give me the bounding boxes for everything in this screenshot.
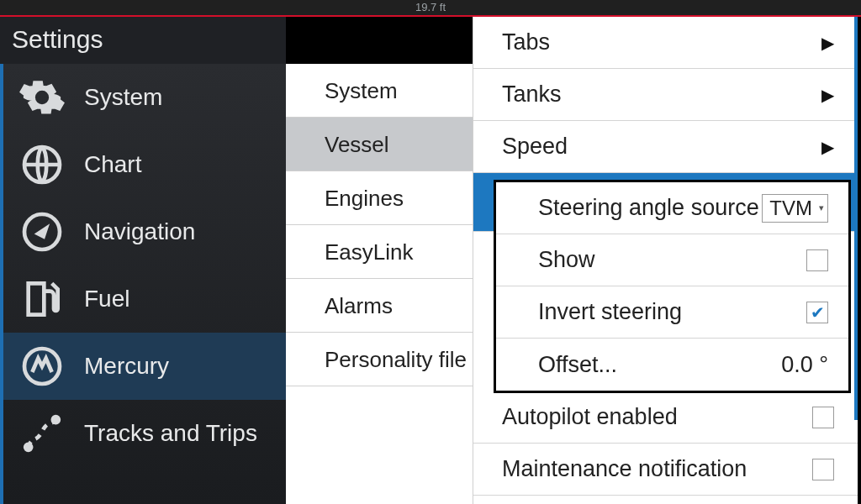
- sidebar-item-system[interactable]: System: [3, 64, 286, 131]
- globe-icon: [18, 141, 66, 188]
- sidebar-item-label: System: [84, 84, 162, 111]
- mid-item-engines[interactable]: Engines: [286, 171, 473, 225]
- sidebar-item-label: Fuel: [84, 286, 129, 312]
- chevron-right-icon: ▶: [821, 85, 834, 105]
- row-label: Maintenance notification: [502, 456, 747, 482]
- row-autopilot-enabled[interactable]: Autopilot enabled: [473, 391, 858, 444]
- sidebar-item-label: Navigation: [84, 218, 195, 245]
- svg-point-4: [52, 416, 60, 423]
- row-label: Steering angle source: [538, 195, 759, 221]
- checkbox-autopilot[interactable]: [812, 407, 834, 428]
- mid-item-vessel[interactable]: Vessel: [286, 118, 473, 171]
- checkbox-show[interactable]: [806, 249, 828, 271]
- row-label: Show: [538, 247, 595, 273]
- depth-readout: 19.7 ft: [415, 1, 446, 13]
- mercury-logo-icon: [18, 343, 66, 390]
- mid-item-alarms[interactable]: Alarms: [286, 279, 473, 333]
- mercury-submenu: System Vessel Engines EasyLink Alarms Pe…: [286, 64, 473, 504]
- row-tabs[interactable]: Tabs ▶: [473, 17, 858, 69]
- sidebar-item-label: Tracks and Trips: [84, 420, 257, 447]
- mid-item-personality[interactable]: Personality file: [286, 333, 473, 386]
- row-label: Invert steering: [538, 299, 682, 325]
- mid-item-easylink[interactable]: EasyLink: [286, 225, 473, 279]
- sidebar-item-chart[interactable]: Chart: [3, 131, 286, 198]
- sidebar-item-label: Mercury: [84, 353, 169, 380]
- chevron-right-icon: ▶: [821, 33, 834, 53]
- sidebar-item-label: Chart: [84, 151, 141, 178]
- row-label: Tanks: [502, 81, 562, 108]
- vessel-settings-panel: Tabs ▶ Tanks ▶ Speed ▶ Autopilot enabled…: [473, 17, 858, 504]
- row-offset[interactable]: Offset... 0.0 °: [496, 339, 848, 391]
- scroll-indicator: [854, 17, 858, 420]
- row-label: Offset...: [538, 352, 617, 378]
- mid-item-system[interactable]: System: [286, 64, 473, 118]
- steering-source-dropdown[interactable]: TVM: [762, 194, 828, 223]
- compass-icon: [18, 208, 66, 255]
- row-label: Tabs: [502, 29, 550, 55]
- route-icon: [18, 410, 66, 457]
- sidebar-item-fuel[interactable]: Fuel: [3, 265, 286, 333]
- row-maintenance-notification[interactable]: Maintenance notification: [473, 444, 858, 496]
- row-label: Speed: [502, 134, 568, 160]
- row-invert-steering[interactable]: Invert steering ✔: [496, 286, 848, 339]
- offset-value: 0.0 °: [781, 352, 828, 378]
- status-bar: 19.7 ft: [0, 0, 861, 15]
- chevron-right-icon: ▶: [821, 137, 834, 157]
- row-steering-angle-source[interactable]: Steering angle source TVM: [496, 182, 848, 234]
- settings-sidebar: System Chart Navigation Fuel Mercury Tra…: [0, 64, 286, 504]
- gear-icon: [18, 74, 66, 121]
- svg-point-3: [24, 444, 32, 451]
- row-show[interactable]: Show: [496, 234, 848, 286]
- sidebar-item-mercury[interactable]: Mercury: [3, 333, 286, 400]
- sidebar-item-navigation[interactable]: Navigation: [3, 198, 286, 265]
- page-title: Settings: [0, 17, 286, 64]
- steering-popup: Steering angle source TVM Show Invert st…: [494, 180, 851, 393]
- checkbox-maintenance[interactable]: [812, 459, 834, 480]
- row-tanks[interactable]: Tanks ▶: [473, 69, 858, 121]
- row-speed[interactable]: Speed ▶: [473, 121, 858, 173]
- row-label: Autopilot enabled: [502, 404, 678, 430]
- sidebar-item-tracks-and-trips[interactable]: Tracks and Trips: [3, 400, 286, 467]
- checkbox-invert[interactable]: ✔: [806, 302, 828, 323]
- fuel-pump-icon: [18, 276, 66, 323]
